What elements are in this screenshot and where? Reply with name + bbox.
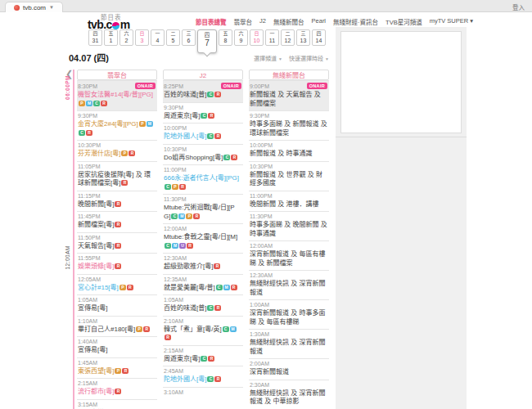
program-time-row: 9:30PM: [164, 105, 241, 110]
date-cell-8[interactable]: 五8: [219, 29, 232, 46]
channel-header-j2[interactable]: J2: [163, 70, 243, 80]
program-title[interactable]: 新聞報道 及 時事通識: [250, 150, 327, 159]
program-title[interactable]: 東張西望[粵]PR: [78, 367, 156, 376]
program-title[interactable]: 韓式「煮」意[粵/英]CMR: [164, 326, 241, 343]
program-entry: 2:15AM周遊東京[粵]CR: [163, 345, 243, 366]
program-title[interactable]: 新聞報道 及 世界觀 及 財經多國度: [250, 171, 327, 188]
program-time-row: 2:30AM: [250, 382, 327, 388]
program-time-row: 2:00AM: [250, 361, 327, 366]
program-title[interactable]: Mtube:咒術迴戰[粵/日][PG]CMPR: [164, 204, 241, 221]
channel-header-jade[interactable]: 翡翠台: [77, 70, 157, 80]
program-entry: 2:30AM無綫財經快訊 及 深宵新聞報道 及 中華掠影: [249, 380, 329, 409]
program-title[interactable]: 新聞報道 及 天氣報告 及 新聞檔案: [250, 91, 327, 108]
browser-topbar: tvb.com ▼ 登入: [0, 0, 532, 12]
program-title[interactable]: 就是愛美麗[粵/普]CMR: [164, 284, 241, 293]
program-badge-icon: R: [128, 151, 135, 156]
program-badge-icon: P: [172, 184, 178, 190]
program-time-row: 12:00AM: [250, 243, 327, 249]
program-time-row: 11:15PM: [78, 193, 156, 199]
program-title[interactable]: 晚間新聞[粵]R: [78, 200, 156, 209]
program-badge-icon: M: [223, 285, 230, 290]
program-badge-icon: C: [207, 305, 214, 311]
program-badge-icon: C: [207, 92, 214, 97]
program-title[interactable]: 新聞檔案[粵]R: [78, 221, 156, 230]
program-title[interactable]: 陀地外國人[粵]CR: [164, 375, 241, 384]
date-cell-14[interactable]: 四14: [312, 29, 326, 46]
date-cell-dow: 二: [167, 31, 179, 37]
program-title[interactable]: 居家抗疫後援隊[粵] 及 環球新聞檔案[粵]R: [78, 171, 156, 188]
program-title[interactable]: 畢打自己人#180[粵]PR: [78, 326, 156, 335]
program-title[interactable]: 周遊東京[粵]CR: [164, 112, 241, 121]
date-cell-9[interactable]: 六9: [234, 29, 248, 46]
program-title[interactable]: 宮心計#15[粵]PR: [78, 284, 156, 293]
program-title[interactable]: 陀地外國人[粵]CR: [164, 133, 241, 142]
program-time-row: 10:00PM: [164, 125, 241, 131]
program-title[interactable]: 666永:逝者代言人[粵][PG]CPR: [164, 174, 241, 191]
program-title[interactable]: 娛樂頭條[粵]R: [78, 263, 156, 272]
nav-item-jade[interactable]: 翡翠台: [234, 17, 253, 26]
chevron-down-icon[interactable]: ▼: [49, 5, 54, 10]
program-badge-icon: P: [121, 151, 128, 156]
channel-select-dropdown[interactable]: 選擇頻道▼: [254, 54, 282, 62]
date-cell-dow: 日: [136, 31, 148, 37]
date-cell-11[interactable]: 一11: [265, 29, 279, 46]
program-title[interactable]: 宣傳易[粵]: [78, 304, 156, 313]
nav-item-finance-info[interactable]: 無綫財經·資訊台: [333, 17, 378, 26]
program-time-row: 12:00AM: [164, 226, 241, 231]
program-time: 12:30AM: [250, 272, 273, 278]
program-title[interactable]: 宣傳易[粵]: [78, 346, 156, 355]
program-time: 1:00AM: [250, 302, 269, 308]
nav-item-overview[interactable]: 節目表總覽: [196, 17, 227, 26]
program-time: 9:30PM: [250, 113, 269, 119]
channel-header-news[interactable]: 無綫新聞台: [249, 70, 329, 80]
program-title[interactable]: Do姐再Shopping[粵]CR: [164, 154, 241, 163]
date-cell-4[interactable]: 一4: [151, 29, 165, 46]
program-title[interactable]: 深宵新聞報道: [250, 368, 327, 377]
date-cell-1[interactable]: 五1: [104, 29, 118, 46]
date-cell-dow: 五: [219, 31, 232, 37]
program-title[interactable]: 深宵新聞報道 及 時事多面睇 及 每區有樓睇: [250, 309, 327, 326]
program-title[interactable]: 時事多面睇 及 晚間新聞 及 時事通識: [250, 221, 327, 238]
browser-tab[interactable]: tvb.com ▼: [5, 2, 63, 12]
program-title[interactable]: 百姓的味道[普]CR: [164, 91, 241, 100]
program-title[interactable]: 時事多面睇 及 新聞報道 及 環球新聞檔案: [250, 120, 327, 137]
date-cell-number: 12: [282, 37, 294, 44]
date-cell-6[interactable]: 三6: [182, 29, 196, 46]
date-cell-5[interactable]: 二5: [166, 29, 180, 46]
nav-item-mytv-super[interactable]: myTV SUPER ▾: [430, 17, 473, 26]
program-title[interactable]: 無綫財經快訊 及 深宵新聞報道: [250, 280, 327, 297]
date-cell-12[interactable]: 二12: [281, 29, 295, 46]
login-link[interactable]: 登入: [512, 2, 525, 11]
date-cell-10[interactable]: 日10: [250, 29, 264, 46]
divider: [336, 137, 467, 137]
program-title[interactable]: 無綫財經快訊 及 深宵新聞報道 及 中華掠影: [250, 389, 327, 407]
program-title[interactable]: 金宵大廈2#4[粵][PG]PMCR: [78, 120, 156, 137]
nav-item-star-river[interactable]: TVB星河頻道: [385, 17, 422, 26]
program-title[interactable]: 周遊東京[粵]CR: [164, 355, 241, 364]
date-cell-13[interactable]: 三13: [296, 29, 310, 46]
date-cell-2[interactable]: 六2: [119, 29, 133, 46]
nav-item-news-channel[interactable]: 無綫新聞台: [273, 17, 304, 26]
program-title[interactable]: 芬芳潮什店[粵]PR: [78, 150, 156, 159]
program-time-row: 12:05AM: [78, 276, 156, 282]
program-title[interactable]: 機智女法醫#14[粵/普][PG]PMCR: [78, 91, 156, 108]
program-title[interactable]: 天氣報告[粵]R: [78, 242, 156, 251]
program-title[interactable]: 深宵新聞報道 及 每區有樓睇 及 新聞檔案: [250, 250, 327, 267]
program-time: 2:00AM: [250, 361, 269, 366]
time-select-dropdown[interactable]: 快速選擇時段▼: [289, 54, 329, 62]
program-badge-icon: R: [214, 376, 221, 382]
program-title[interactable]: 晚間新聞 及 港樓．講樓: [250, 200, 327, 209]
program-title[interactable]: 超級勁歌推介[粵]R: [164, 263, 241, 272]
date-cell-3[interactable]: 日3: [135, 29, 149, 46]
date-cell-31[interactable]: 四31: [88, 29, 102, 46]
nav-item-pearl[interactable]: Pearl: [312, 17, 327, 26]
ad-placeholder[interactable]: [340, 31, 462, 133]
timeblock-label-evening: 06:00PM: [65, 75, 70, 100]
program-title[interactable]: Mtube:食戟之靈[粵/日][M]CMUR: [164, 233, 241, 250]
date-cell-7[interactable]: 四7: [197, 29, 217, 53]
program-title[interactable]: 無綫財經快訊 及 深宵新聞報道: [250, 339, 327, 356]
nav-item-j2[interactable]: J2: [259, 17, 266, 26]
program-title[interactable]: 流行都市[粵]R: [78, 388, 156, 397]
program-title[interactable]: 百姓的味道[普]CR: [164, 304, 241, 313]
program-time-row: 11:55PM: [78, 255, 156, 261]
